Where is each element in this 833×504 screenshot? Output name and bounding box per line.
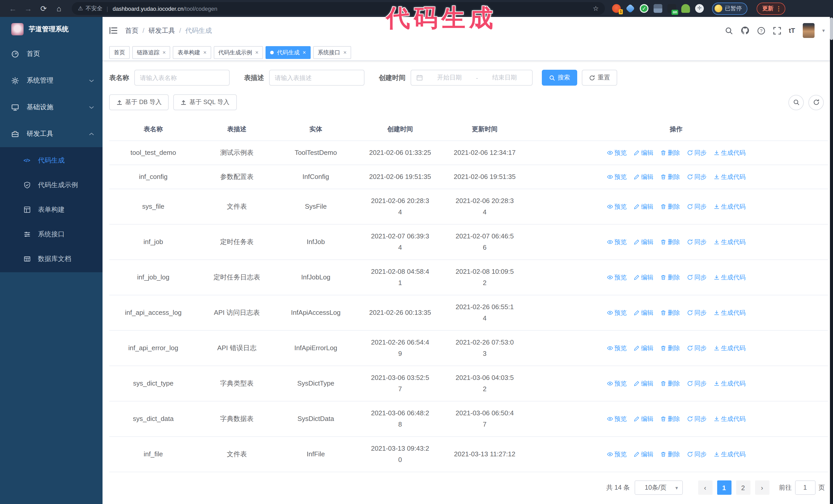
- tab-codegen[interactable]: 代码生成×: [266, 46, 311, 59]
- generate-code-link[interactable]: 生成代码: [713, 201, 745, 212]
- import-db-button[interactable]: 基于 DB 导入: [109, 94, 169, 110]
- preview-link[interactable]: 预览: [607, 449, 627, 460]
- close-icon[interactable]: ×: [255, 49, 259, 55]
- extension-gem-icon[interactable]: [626, 4, 635, 13]
- sidebar-item-infra[interactable]: 基础设施: [0, 94, 102, 120]
- preview-link[interactable]: 预览: [607, 272, 627, 283]
- edit-link[interactable]: 编辑: [633, 236, 653, 248]
- prev-page-button[interactable]: ‹: [698, 480, 712, 495]
- edit-link[interactable]: 编辑: [633, 449, 653, 460]
- edit-link[interactable]: 编辑: [633, 413, 653, 425]
- extension-icon[interactable]: 1: [612, 4, 621, 13]
- edit-link[interactable]: 编辑: [633, 378, 653, 389]
- edit-link[interactable]: 编辑: [633, 272, 653, 283]
- sync-link[interactable]: 同步: [687, 307, 707, 318]
- browser-update-button[interactable]: 更新 ⋮: [757, 2, 785, 15]
- page-1-button[interactable]: 1: [717, 480, 731, 495]
- generate-code-link[interactable]: 生成代码: [713, 147, 745, 159]
- sidebar-item-codegen[interactable]: </> 代码生成: [0, 148, 102, 173]
- sidebar-item-home[interactable]: 首页: [0, 41, 102, 67]
- browser-menu-icon[interactable]: ⋮: [776, 5, 782, 12]
- jump-page-input[interactable]: [795, 480, 815, 495]
- app-logo[interactable]: 芋道管理系统: [0, 17, 102, 41]
- forward-icon[interactable]: →: [21, 4, 36, 13]
- generate-code-link[interactable]: 生成代码: [713, 378, 745, 389]
- extension-check-icon[interactable]: ✓: [640, 4, 648, 13]
- sidebar-item-db-docs[interactable]: 数据库文档: [0, 247, 102, 271]
- generate-code-link[interactable]: 生成代码: [713, 307, 745, 318]
- extension-icon[interactable]: on: [667, 4, 676, 13]
- generate-code-link[interactable]: 生成代码: [713, 342, 745, 354]
- collapse-sidebar-icon[interactable]: [109, 27, 118, 34]
- reload-icon[interactable]: ⟳: [36, 4, 51, 13]
- tab-home[interactable]: 首页: [109, 46, 130, 59]
- sync-link[interactable]: 同步: [687, 378, 707, 389]
- table-desc-input[interactable]: [269, 70, 364, 86]
- next-page-button[interactable]: ›: [755, 480, 769, 495]
- preview-link[interactable]: 预览: [607, 201, 627, 212]
- sidebar-item-system[interactable]: 系统管理: [0, 67, 102, 94]
- scrollbar-track[interactable]: [830, 17, 833, 504]
- preview-link[interactable]: 预览: [607, 378, 627, 389]
- reset-button[interactable]: 重置: [582, 70, 617, 86]
- delete-link[interactable]: 删除: [660, 236, 680, 248]
- delete-link[interactable]: 删除: [660, 147, 680, 159]
- sync-link[interactable]: 同步: [687, 147, 707, 159]
- breadcrumb-home[interactable]: 首页: [125, 26, 138, 35]
- preview-link[interactable]: 预览: [607, 236, 627, 248]
- sync-link[interactable]: 同步: [687, 342, 707, 354]
- user-menu-caret-icon[interactable]: ▾: [822, 28, 825, 33]
- sync-link[interactable]: 同步: [687, 272, 707, 283]
- user-avatar[interactable]: [803, 23, 814, 38]
- back-icon[interactable]: ←: [5, 4, 21, 13]
- profile-paused-badge[interactable]: 已暂停: [712, 2, 747, 15]
- sync-link[interactable]: 同步: [687, 413, 707, 425]
- sync-link[interactable]: 同步: [687, 171, 707, 183]
- tab-form-builder[interactable]: 表单构建×: [173, 46, 211, 59]
- generate-code-link[interactable]: 生成代码: [713, 413, 745, 425]
- page-size-select[interactable]: 10条/页 ▾: [634, 480, 683, 495]
- close-icon[interactable]: ×: [303, 49, 306, 55]
- edit-link[interactable]: 编辑: [633, 307, 653, 318]
- sidebar-item-devtools[interactable]: 研发工具: [0, 120, 102, 147]
- tab-tracing[interactable]: 链路追踪×: [132, 46, 170, 59]
- toggle-search-button[interactable]: [788, 95, 804, 110]
- import-sql-button[interactable]: 基于 SQL 导入: [173, 94, 237, 110]
- font-size-icon[interactable]: tT: [789, 27, 795, 34]
- preview-link[interactable]: 预览: [607, 342, 627, 354]
- sidebar-item-codegen-example[interactable]: 代码生成示例: [0, 173, 102, 197]
- tab-codegen-example[interactable]: 代码生成示例×: [214, 46, 263, 59]
- search-icon[interactable]: [724, 26, 733, 34]
- delete-link[interactable]: 删除: [660, 378, 680, 389]
- table-name-input[interactable]: [134, 70, 230, 86]
- extension-grid-icon[interactable]: [653, 4, 662, 13]
- preview-link[interactable]: 预览: [607, 307, 627, 318]
- delete-link[interactable]: 删除: [660, 171, 680, 183]
- fullscreen-icon[interactable]: [773, 26, 781, 34]
- create-time-range-picker[interactable]: 开始日期 - 结束日期: [411, 70, 532, 86]
- delete-link[interactable]: 删除: [660, 201, 680, 212]
- bookmark-star-icon[interactable]: ☆: [593, 5, 599, 12]
- delete-link[interactable]: 删除: [660, 449, 680, 460]
- breadcrumb-devtools[interactable]: 研发工具: [148, 26, 175, 35]
- refresh-table-button[interactable]: [808, 95, 824, 110]
- close-icon[interactable]: ×: [203, 49, 207, 55]
- close-icon[interactable]: ×: [343, 49, 347, 55]
- github-icon[interactable]: [740, 26, 749, 35]
- search-button[interactable]: 搜索: [542, 70, 577, 86]
- generate-code-link[interactable]: 生成代码: [713, 449, 745, 460]
- generate-code-link[interactable]: 生成代码: [713, 171, 745, 183]
- delete-link[interactable]: 删除: [660, 413, 680, 425]
- sync-link[interactable]: 同步: [687, 201, 707, 212]
- preview-link[interactable]: 预览: [607, 171, 627, 183]
- close-icon[interactable]: ×: [163, 49, 166, 55]
- scrollbar-thumb[interactable]: [830, 18, 833, 40]
- delete-link[interactable]: 删除: [660, 342, 680, 354]
- edit-link[interactable]: 编辑: [633, 201, 653, 212]
- sidebar-item-system-api[interactable]: 系统接口: [0, 222, 102, 247]
- sync-link[interactable]: 同步: [687, 236, 707, 248]
- tab-system-api[interactable]: 系统接口×: [313, 46, 351, 59]
- page-2-button[interactable]: 2: [736, 480, 750, 495]
- home-icon[interactable]: ⌂: [51, 4, 67, 13]
- generate-code-link[interactable]: 生成代码: [713, 272, 745, 283]
